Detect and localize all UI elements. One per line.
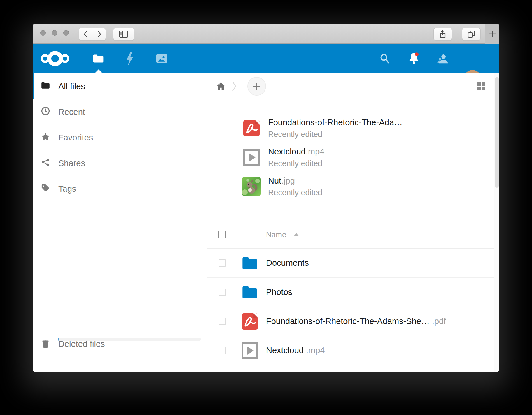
bell-icon: [408, 52, 420, 65]
sidebar-item-tags[interactable]: Tags: [33, 176, 207, 202]
sort-ascending-icon[interactable]: [294, 233, 299, 236]
history-nav-group: [79, 28, 106, 41]
chevron-right-icon: [96, 30, 102, 38]
file-name: Foundations-of-Rhetoric-The-Adams-She…: [266, 316, 430, 326]
pdf-file-icon: [242, 313, 258, 330]
contacts-icon: [437, 53, 449, 64]
row-checkbox[interactable]: [219, 289, 226, 296]
recent-file-item[interactable]: Foundations-of-Rhetoric-The-Ada… Recentl…: [242, 114, 475, 143]
file-table-row[interactable]: Photos: [207, 278, 494, 307]
video-file-icon: [242, 342, 258, 359]
file-name: Photos: [266, 287, 292, 297]
share-macos-icon: [439, 30, 447, 38]
sidebar-item-recent[interactable]: Recent: [33, 99, 207, 125]
file-name: Nextcloud: [266, 346, 304, 355]
file-subtitle: Recently edited: [268, 188, 322, 197]
quota-progress-fill: [58, 338, 59, 341]
search-button[interactable]: [374, 44, 396, 73]
grid-view-toggle[interactable]: [477, 82, 486, 92]
sidebar-item-label: All files: [58, 82, 85, 91]
file-name: Foundations-of-Rhetoric-The-Ada…: [268, 118, 402, 127]
new-file-button[interactable]: [247, 77, 266, 96]
plus-icon: [252, 82, 261, 91]
folder-icon: [242, 256, 258, 270]
sidebar-item-favorites[interactable]: Favorites: [33, 125, 207, 150]
show-tabs-button[interactable]: [462, 28, 481, 41]
sidebar-toggle-icon: [119, 30, 128, 38]
sidebar-item-label: Recent: [58, 107, 85, 117]
home-button[interactable]: [216, 82, 225, 92]
file-extension: .pdf: [432, 316, 446, 326]
folder-icon: [93, 54, 104, 63]
clock-icon: [41, 107, 50, 117]
chevron-left-icon: [83, 30, 89, 38]
recent-file-item[interactable]: Nut.jpg Recently edited: [242, 172, 475, 201]
plus-icon: [488, 30, 496, 38]
logo-ring-right: [61, 54, 69, 63]
gallery-icon: [156, 53, 167, 64]
file-name: Documents: [266, 258, 309, 268]
share-page-button[interactable]: [433, 28, 452, 41]
row-checkbox[interactable]: [219, 259, 226, 267]
quota-progress-bar: [58, 338, 201, 341]
name-column-header[interactable]: Name: [266, 230, 286, 239]
share-icon: [41, 158, 50, 169]
quota-indicator: 19.6 MB used: [33, 366, 207, 372]
tag-icon: [41, 184, 50, 194]
app-tab-activity[interactable]: [119, 44, 141, 73]
sidebar-item-shares[interactable]: Shares: [33, 150, 207, 176]
search-icon: [379, 53, 390, 64]
row-checkbox[interactable]: [219, 318, 226, 325]
active-app-notch: [94, 69, 103, 73]
row-checkbox[interactable]: [219, 347, 226, 354]
nextcloud-header: A: [33, 44, 499, 73]
tabs-icon: [467, 30, 476, 38]
notifications-button[interactable]: [403, 44, 425, 73]
trash-icon: [33, 339, 58, 349]
contacts-button[interactable]: [432, 44, 454, 73]
back-button[interactable]: [79, 28, 92, 41]
folder-icon: [242, 285, 258, 300]
breadcrumb-separator-icon: [231, 81, 237, 93]
active-indicator: [33, 73, 34, 99]
scrollbar-thumb[interactable]: [495, 77, 499, 188]
image-thumbnail: [242, 177, 261, 196]
new-tab-button[interactable]: [485, 24, 499, 44]
browser-window: A All files Recent: [33, 24, 499, 372]
forward-button[interactable]: [92, 28, 106, 41]
grid-icon: [477, 82, 486, 91]
files-content: Foundations-of-Rhetoric-The-Ada… Recentl…: [207, 73, 494, 372]
file-extension: .mp4: [306, 147, 324, 156]
sidebar-item-deleted-files[interactable]: Deleted files: [33, 331, 207, 357]
file-extension: .jpg: [281, 176, 295, 185]
window-zoom-button[interactable]: [63, 30, 69, 36]
video-file-icon: [243, 149, 260, 166]
file-subtitle: Recently edited: [268, 159, 324, 168]
folder-icon: [41, 82, 50, 91]
nextcloud-logo[interactable]: [41, 51, 75, 66]
select-all-checkbox[interactable]: [218, 231, 226, 238]
file-table-row[interactable]: Documents: [207, 249, 494, 278]
file-table-header: Name: [207, 225, 494, 249]
file-extension: .mp4: [306, 346, 325, 355]
breadcrumb: [207, 73, 494, 99]
sidebar-item-all-files[interactable]: All files: [33, 73, 207, 99]
scrollbar[interactable]: [494, 73, 499, 372]
window-minimize-button[interactable]: [52, 30, 57, 36]
browser-toolbar: [33, 24, 499, 44]
pdf-file-icon: [243, 120, 260, 136]
recent-file-item[interactable]: Nextcloud.mp4 Recently edited: [242, 143, 475, 172]
window-close-button[interactable]: [40, 30, 46, 36]
app-tab-photos[interactable]: [150, 44, 173, 73]
sidebar-item-label: Favorites: [58, 133, 93, 143]
file-table-row[interactable]: Nextcloud.mp4: [207, 336, 494, 365]
files-sidebar: All files Recent Favorites: [33, 73, 207, 372]
lightning-icon: [125, 51, 135, 66]
notification-badge: [415, 52, 419, 56]
app-tab-files[interactable]: [87, 44, 109, 73]
file-table-row[interactable]: Foundations-of-Rhetoric-The-Adams-She….p…: [207, 307, 494, 336]
sidebar-toggle-button[interactable]: [113, 28, 134, 41]
sidebar-item-label: Shares: [58, 159, 85, 168]
file-subtitle: Recently edited: [268, 130, 402, 139]
sidebar-item-label: Tags: [58, 184, 76, 194]
